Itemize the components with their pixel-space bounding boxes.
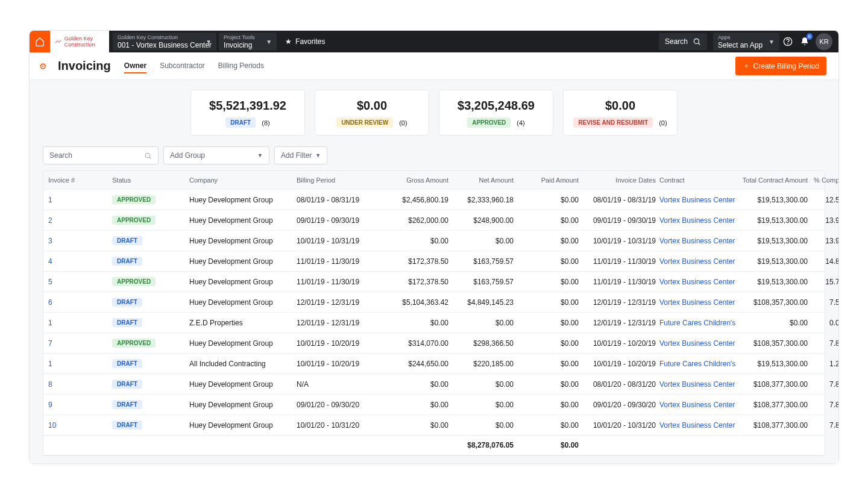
contract-link[interactable]: Vortex Business Center <box>659 380 735 389</box>
add-filter-button[interactable]: Add Filter ▼ <box>274 146 327 164</box>
invoice-link[interactable]: 10 <box>48 421 56 430</box>
cell-invoice-dates: 12/01/19 - 12/31/19 <box>582 298 659 307</box>
col-invoice-dates[interactable]: Invoice Dates <box>582 177 659 184</box>
cell-paid: $0.00 <box>517 278 582 286</box>
cell-paid: $0.00 <box>517 401 582 409</box>
home-button[interactable] <box>30 31 50 52</box>
contract-link[interactable]: Vortex Business Center <box>659 257 735 266</box>
search-label: Search <box>665 37 688 46</box>
table-row: 9DRAFTHuey Development Group09/01/20 - 0… <box>43 395 825 415</box>
summary-cards: $5,521,391.92 DRAFT(8) $0.00 UNDER REVIE… <box>30 80 838 146</box>
col-paid-amount[interactable]: Paid Amount <box>517 177 582 184</box>
chevron-down-icon: ▼ <box>266 39 272 45</box>
col-invoice-no[interactable]: Invoice # <box>48 177 112 184</box>
invoice-link[interactable]: 1 <box>48 319 52 327</box>
table-total-row: $8,278,076.05 $0.00 <box>43 436 825 455</box>
invoice-link[interactable]: 3 <box>48 237 52 245</box>
chevron-down-icon: ▼ <box>315 152 321 158</box>
col-net-amount[interactable]: Net Amount <box>452 177 517 184</box>
help-button[interactable] <box>779 31 796 52</box>
cell-pct-complete: 13.93% <box>811 216 838 225</box>
create-billing-period-button[interactable]: ＋ Create Billing Period <box>735 57 826 75</box>
cell-billing-period: 10/01/19 - 10/31/19 <box>297 237 381 245</box>
cell-invoice-dates: 10/01/19 - 10/20/19 <box>582 339 659 348</box>
contract-link[interactable]: Future Cares Children's <box>659 319 735 327</box>
status-badge: DRAFT <box>112 318 142 327</box>
status-badge: APPROVED <box>112 216 156 225</box>
cell-total-contract: $0.00 <box>741 319 811 327</box>
project-selector[interactable]: Golden Key Construction 001 - Vortex Bus… <box>113 33 216 51</box>
col-gross-amount[interactable]: Gross Amount <box>381 177 452 184</box>
cell-company: Huey Development Group <box>189 196 297 204</box>
cell-pct-complete: 7.54% <box>811 298 838 307</box>
summary-card-under-review: $0.00 UNDER REVIEW(0) <box>315 90 429 136</box>
add-group-dropdown[interactable]: Add Group ▼ <box>163 146 269 164</box>
invoice-link[interactable]: 9 <box>48 401 52 409</box>
cell-net: $220,185.00 <box>452 360 517 368</box>
apps-selector-value: Select an App <box>718 41 775 49</box>
contract-link[interactable]: Future Cares Children's <box>659 360 735 368</box>
tab-owner[interactable]: Owner <box>124 59 146 73</box>
col-company[interactable]: Company <box>189 177 297 184</box>
status-badge: DRAFT <box>112 359 142 368</box>
contract-link[interactable]: Vortex Business Center <box>659 278 735 286</box>
cell-invoice-dates: 11/01/19 - 11/30/19 <box>582 257 659 266</box>
table-row: 6DRAFTHuey Development Group12/01/19 - 1… <box>43 292 825 313</box>
col-billing-period[interactable]: Billing Period <box>297 177 381 184</box>
contract-link[interactable]: Vortex Business Center <box>659 216 735 225</box>
cell-paid: $0.00 <box>517 196 582 204</box>
cell-total-contract: $19,513,300.00 <box>741 360 811 368</box>
table-row: 10DRAFTHuey Development Group10/01/20 - … <box>43 415 825 436</box>
invoice-link[interactable]: 4 <box>48 257 52 266</box>
invoice-link[interactable]: 1 <box>48 196 52 204</box>
contract-link[interactable]: Vortex Business Center <box>659 237 735 245</box>
status-badge: APPROVED <box>112 339 156 348</box>
cell-net: $4,849,145.23 <box>452 298 517 307</box>
table-search-input[interactable]: Search <box>43 146 159 164</box>
col-total-contract-amount[interactable]: Total Contract Amount <box>741 177 811 184</box>
contract-link[interactable]: Vortex Business Center <box>659 421 735 430</box>
cell-net: $0.00 <box>452 401 517 409</box>
invoice-link[interactable]: 5 <box>48 278 52 286</box>
cell-gross: $244,650.00 <box>381 360 452 368</box>
cell-invoice-dates: 09/01/20 - 09/30/20 <box>582 401 659 409</box>
notifications-button[interactable]: 6 <box>796 31 813 52</box>
apps-selector[interactable]: Apps Select an App ▼ <box>713 33 779 51</box>
favorites-label: Favorites <box>295 37 325 46</box>
invoice-link[interactable]: 7 <box>48 339 52 348</box>
search-icon <box>693 37 701 46</box>
table-row: 5APPROVEDHuey Development Group11/01/19 … <box>43 272 825 292</box>
tab-billing-periods[interactable]: Billing Periods <box>218 59 264 73</box>
cell-gross: $5,104,363.42 <box>381 298 452 307</box>
search-placeholder: Search <box>49 151 72 160</box>
contract-link[interactable]: Vortex Business Center <box>659 401 735 409</box>
cell-gross: $0.00 <box>381 421 452 430</box>
tab-subcontractor[interactable]: Subcontractor <box>160 59 205 73</box>
cell-net: $163,759.57 <box>452 278 517 286</box>
table-row: 2APPROVEDHuey Development Group09/01/19 … <box>43 210 825 231</box>
gear-icon[interactable]: ⚙ <box>39 61 47 71</box>
cell-net: $0.00 <box>452 380 517 389</box>
cell-gross: $314,070.00 <box>381 339 452 348</box>
col-pct-complete[interactable]: % Complete <box>811 177 838 184</box>
col-contract[interactable]: Contract <box>659 177 741 184</box>
invoice-link[interactable]: 2 <box>48 216 52 225</box>
invoice-link[interactable]: 6 <box>48 298 52 307</box>
cell-net: $0.00 <box>452 319 517 327</box>
col-status[interactable]: Status <box>112 177 189 184</box>
invoice-link[interactable]: 1 <box>48 360 52 368</box>
cell-gross: $0.00 <box>381 380 452 389</box>
user-avatar[interactable]: KR <box>816 33 832 50</box>
favorites-link[interactable]: ★ Favorites <box>277 31 333 52</box>
invoice-link[interactable]: 8 <box>48 380 52 389</box>
cell-paid: $0.00 <box>517 360 582 368</box>
cell-billing-period: 08/01/19 - 08/31/19 <box>297 196 381 204</box>
status-badge: DRAFT <box>112 298 142 307</box>
global-search[interactable]: Search <box>659 33 707 50</box>
contract-link[interactable]: Vortex Business Center <box>659 298 735 307</box>
contract-link[interactable]: Vortex Business Center <box>659 339 735 348</box>
table-row: 1APPROVEDHuey Development Group08/01/19 … <box>43 190 825 210</box>
cell-gross: $262,000.00 <box>381 216 452 225</box>
contract-link[interactable]: Vortex Business Center <box>659 196 735 204</box>
tool-selector[interactable]: Project Tools Invoicing ▼ <box>219 33 277 51</box>
